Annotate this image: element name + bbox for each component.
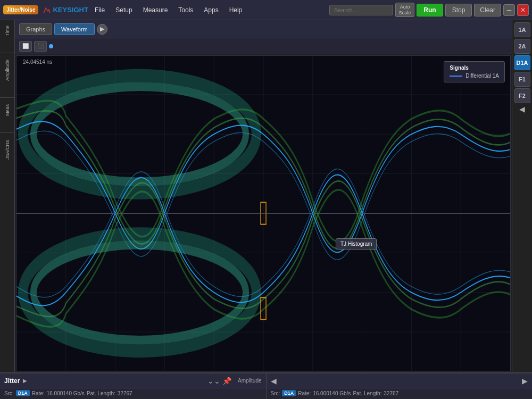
left-sidebar: Time Amplitude Meas JSA/CRE — [0, 20, 15, 372]
jsa-cre-label: JSA/CRE — [5, 136, 10, 163]
amplitude-pat-label: Pat. Length: — [353, 390, 381, 396]
waveform-display: 24.04514 ns — [16, 55, 511, 371]
menu-help[interactable]: Help — [225, 4, 247, 16]
function-f2-btn[interactable]: F2 — [514, 88, 530, 103]
channel-d1a-btn[interactable]: D1A — [514, 55, 530, 70]
amplitude-prev-icon[interactable]: ◀ — [271, 377, 277, 385]
jitter-panel: Jitter ▶ ⌄⌄ 📌 Amplitude Src: D1A Rate: 1… — [0, 373, 267, 399]
amplitude-panel-header: ◀ ▶ — [267, 373, 533, 388]
menubar: Jitter/Noise KEYSIGHT File Setup Measure… — [0, 0, 532, 20]
amplitude-src-badge: D1A — [282, 390, 296, 396]
jitter-amplitude-label: Amplitude — [238, 378, 261, 384]
amplitude-src-row: Src: D1A Rate: 16.000140 Gb/s Pat. Lengt… — [267, 388, 533, 398]
tab-graphs[interactable]: Graphs — [19, 23, 52, 35]
jitter-rate-label: Rate: — [32, 390, 45, 396]
tabbar: Graphs Waveform ▶ — [15, 20, 512, 38]
search-input[interactable] — [329, 5, 393, 15]
toolbar-zoom-btn[interactable]: ⬛ — [34, 41, 47, 52]
minimize-button[interactable]: ─ — [503, 4, 515, 16]
jitter-play-icon[interactable]: ▶ — [23, 378, 27, 384]
jitter-pat-label: Pat. Length: — [87, 390, 115, 396]
menu-measure[interactable]: Measure — [139, 4, 172, 16]
eye-diagram-svg — [16, 56, 510, 371]
jitter-pat-value: 32767 — [118, 390, 132, 396]
jitter-panel-header-right: ⌄⌄ 📌 Amplitude — [207, 377, 261, 385]
menu-tools[interactable]: Tools — [174, 4, 197, 16]
signal-item: Differential 1A — [450, 73, 499, 79]
right-sidebar: 1A 2A D1A F1 F2 ◀ — [512, 20, 532, 372]
jitter-panel-header: Jitter ▶ ⌄⌄ 📌 Amplitude — [0, 373, 266, 388]
toolbar-row: ⬜ ⬛ — [15, 38, 512, 54]
content-area: Graphs Waveform ▶ ⬜ ⬛ 24.04514 ns — [15, 20, 512, 372]
app-logo: Jitter/Noise — [3, 5, 38, 14]
jitter-rate-value: 16.000140 Gb/s — [47, 390, 85, 396]
bottom-panels: Jitter ▶ ⌄⌄ 📌 Amplitude Src: D1A Rate: 1… — [0, 372, 532, 399]
menu-setup[interactable]: Setup — [111, 4, 136, 16]
play-tab-icon[interactable]: ▶ — [97, 24, 107, 35]
stop-button[interactable]: Stop — [445, 4, 472, 16]
amplitude-rate-value: 16.000140 Gb/s — [313, 390, 351, 396]
signals-legend-title: Signals — [450, 65, 499, 71]
signals-legend: Signals Differential 1A — [444, 61, 505, 82]
channel-1a-btn[interactable]: 1A — [514, 22, 530, 37]
amplitude-label: Amplitude — [5, 56, 10, 84]
function-f1-btn[interactable]: F1 — [514, 72, 530, 87]
menu-apps[interactable]: Apps — [200, 4, 222, 16]
clear-button[interactable]: Clear — [474, 4, 501, 16]
tab-waveform[interactable]: Waveform — [54, 23, 95, 35]
sidebar-right-arrow[interactable]: ◀ — [519, 105, 525, 113]
amplitude-rate-label: Rate: — [298, 390, 311, 396]
keysight-logo: KEYSIGHT — [43, 6, 88, 14]
signal-line-icon — [450, 76, 462, 77]
jitter-pin-icon[interactable]: 📌 — [222, 377, 231, 385]
amplitude-panel-header-right: ▶ — [522, 377, 528, 385]
time-label: Time — [5, 22, 10, 39]
jitter-collapse-icon[interactable]: ⌄⌄ — [207, 377, 220, 385]
waveform-timestamp: 24.04514 ns — [23, 59, 52, 65]
amplitude-src-label: Src: — [271, 390, 280, 396]
run-button[interactable]: Run — [417, 4, 443, 16]
close-button[interactable]: ✕ — [517, 4, 529, 16]
toolbar-dot-btn[interactable] — [49, 44, 53, 48]
amplitude-pat-value: 32767 — [384, 390, 398, 396]
jitter-panel-title: Jitter — [4, 377, 20, 385]
jitter-src-badge: D1A — [16, 390, 30, 396]
main-layout: Time Amplitude Meas JSA/CRE Graphs Wavef… — [0, 20, 532, 372]
jitter-src-label: Src: — [4, 390, 14, 396]
menu-file[interactable]: File — [90, 4, 109, 16]
amplitude-next-icon[interactable]: ▶ — [522, 377, 528, 385]
meas-label: Meas — [5, 101, 10, 119]
jitter-src-row: Src: D1A Rate: 16.000140 Gb/s Pat. Lengt… — [0, 388, 266, 398]
toolbar-select-btn[interactable]: ⬜ — [19, 41, 32, 52]
autoscale-button[interactable]: AutoScale — [395, 3, 415, 18]
amplitude-panel: ◀ ▶ Src: D1A Rate: 16.000140 Gb/s Pat. L… — [267, 373, 533, 399]
channel-2a-btn[interactable]: 2A — [514, 39, 530, 54]
keysight-logo-icon — [43, 6, 51, 14]
